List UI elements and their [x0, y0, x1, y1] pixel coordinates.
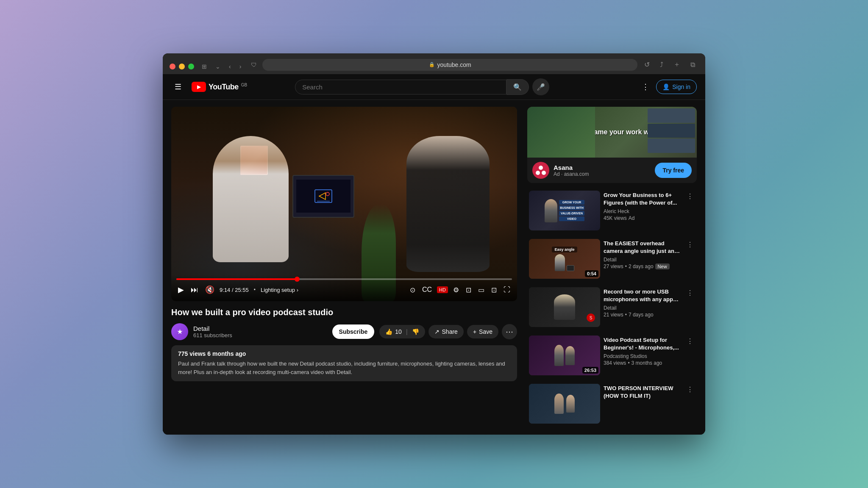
fullscreen-button[interactable]: ⛶	[502, 284, 512, 295]
sv-menu-btn-5[interactable]: ⋮	[685, 384, 695, 395]
progress-dot	[295, 277, 300, 282]
progress-bar[interactable]	[176, 278, 512, 280]
sidebar-toggle-button[interactable]: ⊞	[199, 61, 209, 72]
sign-in-button[interactable]: 👤 Sign in	[656, 80, 697, 94]
sv-menu-btn-1[interactable]: ⋮	[685, 191, 695, 202]
sv-menu-btn-4[interactable]: ⋮	[685, 336, 695, 347]
monitor	[292, 175, 355, 218]
sidebar-video-3[interactable]: S Record two or more USB microphones wit…	[527, 285, 697, 330]
sv-title-3: Record two or more USB microphones with …	[604, 288, 682, 303]
sidebar-video-1[interactable]: GROW YOUR BUSINESS WITH VALUE-DRIVEN VID…	[527, 188, 697, 233]
ad-card: It's time to tame your work worries ℹ	[527, 107, 697, 183]
sv-channel-3: Detail	[604, 305, 682, 311]
mute-button[interactable]: 🔇	[203, 283, 216, 296]
play-button[interactable]: ▶	[176, 283, 186, 296]
like-count: 10	[395, 328, 402, 335]
header-right: ⋮ 👤 Sign in	[638, 79, 697, 95]
youtube-country-badge: GB	[241, 83, 247, 87]
video-player[interactable]: ▶ ⏭ 🔇 9:14 / 25:55 • Lighting setup ›	[171, 107, 517, 301]
sidebar-thumb-2: Easy angle 0:54	[529, 239, 600, 279]
person-right	[406, 136, 490, 272]
monitor-screen	[296, 180, 351, 213]
sv-title-5: TWO PERSON INTERVIEW (HOW TO FILM IT)	[604, 385, 682, 400]
progress-fill	[176, 278, 297, 280]
youtube-logo[interactable]: ▶ YouTube GB	[192, 82, 247, 92]
sv-menu-btn-3[interactable]: ⋮	[685, 287, 695, 299]
miniplayer-button[interactable]: ⊡	[464, 284, 473, 296]
chevron-right-icon: ›	[297, 287, 298, 293]
maximize-button[interactable]	[188, 64, 194, 69]
new-tab-button[interactable]: ＋	[670, 58, 684, 71]
share-icon: ↗	[434, 328, 440, 335]
search-button[interactable]: 🔍	[506, 79, 529, 95]
more-actions-button[interactable]: ⋯	[502, 324, 517, 339]
minimize-button[interactable]	[179, 64, 185, 69]
voice-search-button[interactable]: 🎤	[532, 78, 549, 95]
sidebar-thumb-4: 26:53	[529, 336, 600, 375]
description-box: 775 views 6 months ago Paul and Frank ta…	[171, 345, 517, 381]
svg-point-5	[536, 171, 540, 175]
next-button[interactable]: ⏭	[189, 284, 200, 296]
tabs-button[interactable]: ⧉	[687, 59, 698, 70]
sv-channel-1: Aleric Heck	[604, 208, 682, 214]
more-options-button[interactable]: ⋮	[638, 79, 653, 95]
sidebar-video-4[interactable]: 26:53 Video Podcast Setup for Beginner's…	[527, 333, 697, 378]
share-button[interactable]: ⤴	[657, 59, 667, 70]
search-bar: 🔍 🎤	[295, 78, 549, 95]
like-button[interactable]: 👍 10 | 👎	[379, 325, 425, 338]
sv-channel-4: Podcasting Studios	[604, 353, 682, 359]
sv-meta-2: 27 views • 2 days ago New	[604, 263, 682, 269]
hamburger-menu-button[interactable]: ☰	[171, 79, 185, 95]
channel-name[interactable]: Detail	[193, 325, 327, 332]
sidebar-toggle-button-2[interactable]: ⌄	[213, 61, 223, 72]
sidebar-video-5[interactable]: TWO PERSON INTERVIEW (HOW TO FILM IT) ⋮	[527, 381, 697, 426]
thumb-duration-2: 0:54	[585, 270, 598, 277]
captions-button[interactable]: CC	[420, 284, 434, 295]
youtube-logo-text: YouTube	[209, 83, 239, 92]
youtube-logo-icon: ▶	[192, 82, 206, 92]
sv-views-4: 384 views	[604, 360, 626, 366]
thumb-duration-4: 26:53	[582, 367, 598, 374]
theater-button[interactable]: ▭	[476, 284, 486, 296]
shield-icon: 🛡	[249, 61, 259, 68]
sidebar-video-info-3: Record two or more USB microphones with …	[604, 287, 682, 327]
close-button[interactable]	[170, 64, 175, 69]
browser-controls: ⊞ ⌄ ‹ ›	[199, 61, 244, 72]
try-free-button[interactable]: Try free	[655, 163, 692, 178]
reload-button[interactable]: ↺	[641, 59, 653, 70]
back-button[interactable]: ‹	[226, 61, 234, 72]
sv-dot-2: •	[625, 263, 627, 269]
youtube-header: ☰ ▶ YouTube GB 🔍 🎤 ⋮ 👤 Sign in	[163, 74, 705, 100]
save-label: Save	[479, 328, 492, 335]
main-content: ▶ ⏭ 🔇 9:14 / 25:55 • Lighting setup ›	[163, 100, 705, 435]
cast-button[interactable]: ⊡	[490, 284, 498, 296]
sv-views-3: 21 views	[604, 312, 623, 318]
search-input[interactable]	[295, 80, 506, 94]
subscribe-button[interactable]: Subscribe	[332, 324, 375, 339]
traffic-lights	[170, 64, 194, 69]
quality-button[interactable]: HD	[437, 286, 448, 293]
sv-title-1: Grow Your Business to 6+ Figures (with t…	[604, 191, 682, 207]
like-icon: 👍	[385, 328, 392, 335]
person-left	[213, 136, 289, 262]
address-bar[interactable]: 🔒 youtube.com	[262, 59, 637, 71]
channel-row: ★ Detail 611 subscribers Subscribe 👍 10 …	[171, 323, 517, 340]
chapter-label: Lighting setup ›	[261, 287, 298, 293]
sidebar-video-2[interactable]: Easy angle 0:54 The EASIEST overhead cam…	[527, 236, 697, 281]
channel-info: Detail 611 subscribers	[193, 325, 327, 338]
subtitles-button[interactable]: ⊙	[408, 284, 417, 296]
channel-avatar: ★	[171, 323, 188, 340]
save-button[interactable]: + Save	[467, 325, 498, 338]
sidebar-video-info-4: Video Podcast Setup for Beginner's! - Mi…	[604, 336, 682, 375]
share-button[interactable]: ↗ Share	[428, 325, 464, 338]
sv-menu-btn-2[interactable]: ⋮	[685, 239, 695, 250]
address-bar-row: 🛡 🔒 youtube.com ↺ ⤴ ＋ ⧉	[249, 58, 698, 74]
save-icon: +	[473, 328, 476, 335]
sv-ago-4: 3 months ago	[632, 360, 662, 366]
video-section: ▶ ⏭ 🔇 9:14 / 25:55 • Lighting setup ›	[171, 107, 517, 428]
sidebar-thumb-1: GROW YOUR BUSINESS WITH VALUE-DRIVEN VID…	[529, 191, 600, 230]
channel-subscribers: 611 subscribers	[193, 332, 327, 338]
asana-logo	[532, 162, 549, 179]
settings-button[interactable]: ⚙	[451, 284, 461, 296]
forward-button[interactable]: ›	[237, 61, 244, 72]
